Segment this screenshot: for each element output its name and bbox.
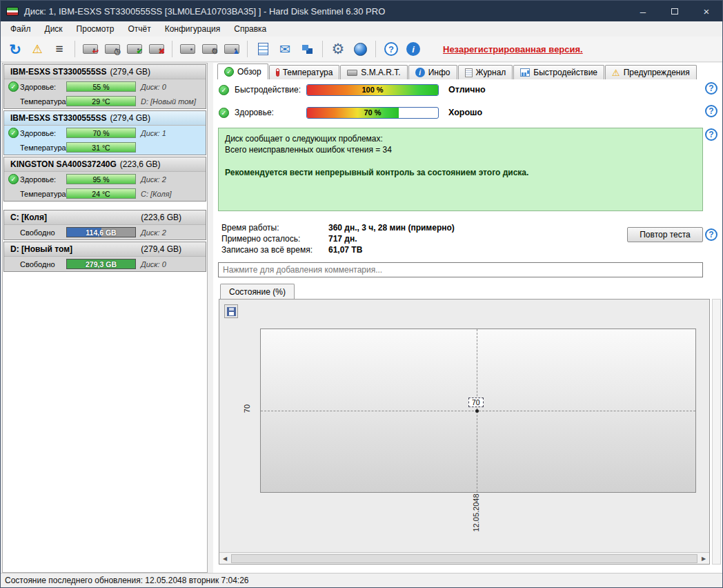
menu-file[interactable]: Файл xyxy=(3,22,38,36)
volume-item-c[interactable]: C: [Коля] (223,6 GB) Свободно 114,6 GB Д… xyxy=(3,210,206,240)
free-space-bar: 279,3 GB xyxy=(66,259,136,269)
tab-alerts[interactable]: ⚠Предупреждения xyxy=(605,65,697,79)
stat-row: Время работы: 360 дн., 3 ч, 28 мин (прим… xyxy=(221,222,455,233)
warning-icon: ⚠ xyxy=(612,68,620,77)
spacer xyxy=(3,203,206,210)
menu-disk[interactable]: Диск xyxy=(38,22,70,36)
disk-item-1-selected[interactable]: IBM-ESXS ST3300555SS (279,4 GB) ✓ Здоров… xyxy=(3,110,206,155)
chart-tab-state[interactable]: Состояние (%) xyxy=(220,284,295,300)
save-icon xyxy=(227,307,236,316)
disk-number: Диск: 0 xyxy=(141,83,166,91)
help-icon[interactable]: ? xyxy=(705,105,717,117)
title-bar: Диск: 1, IBM-ESXS ST3300555SS [3LM0LEA10… xyxy=(1,1,722,21)
disk-schedule-button[interactable]: ◷ xyxy=(102,39,123,59)
tab-smart[interactable]: S.M.A.R.T. xyxy=(340,65,407,79)
health-ok-icon: ✓ xyxy=(8,174,19,184)
toolbar-separator xyxy=(322,41,323,57)
stat-label: Время работы: xyxy=(221,223,328,233)
tab-temperature[interactable]: Температура xyxy=(269,65,340,79)
window-title: Диск: 1, IBM-ESXS ST3300555SS [3LM0LEA10… xyxy=(24,6,385,17)
tab-log[interactable]: Журнал xyxy=(458,65,513,79)
disk-size: (279,4 GB) xyxy=(110,67,150,77)
info-button[interactable]: i xyxy=(403,39,424,59)
restore-arrow-icon: ↩ xyxy=(92,48,99,55)
free-space-bar: 114,6 GB xyxy=(66,227,136,237)
volume-size: (279,4 GB) xyxy=(141,244,181,254)
ok-status-icon: ✓ xyxy=(219,85,229,95)
refresh-icon: ↻ xyxy=(9,42,21,57)
chart-vertical-scrollbar[interactable] xyxy=(712,299,721,565)
help-icon[interactable]: ? xyxy=(705,128,717,141)
network-button[interactable] xyxy=(297,39,317,59)
temperature-bar: 31 °C xyxy=(66,142,136,153)
help-button[interactable]: ? xyxy=(381,39,402,59)
free-space-row: Свободно 114,6 GB Диск: 2 xyxy=(4,225,206,239)
menu-bar: Файл Диск Просмотр Отчёт Конфигурация Сп… xyxy=(1,21,722,37)
health-history-chart: 70 70 12.05.2048 ◀ ▶ xyxy=(219,299,710,565)
maximize-icon xyxy=(671,8,678,14)
drive-icon: ⚙ xyxy=(202,44,217,54)
health-status: Хорошо xyxy=(448,108,482,117)
menu-help[interactable]: Справка xyxy=(227,22,273,36)
disk-header: IBM-ESXS ST3300555SS (279,4 GB) xyxy=(4,111,206,126)
free-label: Свободно xyxy=(20,228,66,237)
help-icon[interactable]: ? xyxy=(705,228,717,241)
disk-tools-button[interactable]: ⚙ xyxy=(199,39,220,59)
disk-eject-button[interactable]: ▲ xyxy=(221,39,242,59)
status-text: Состояние последнего обновления: 12.05.2… xyxy=(5,576,249,585)
disk-ok-button[interactable]: ✔ xyxy=(124,39,145,59)
chart-plot-area: 70 xyxy=(260,329,696,493)
disk-number: Диск: 2 xyxy=(141,175,166,184)
report-button[interactable]: ≡ xyxy=(49,39,70,59)
tab-overview[interactable]: ✓Обзор xyxy=(217,63,268,79)
menu-report[interactable]: Отчёт xyxy=(121,22,157,36)
close-button[interactable]: × xyxy=(691,1,722,21)
health-row: ✓ Здоровье: 70 % Диск: 1 xyxy=(4,126,206,140)
alert-status-button[interactable]: ⚠ xyxy=(27,39,48,59)
scroll-right-arrow[interactable]: ▶ xyxy=(698,553,709,564)
performance-bar: 100 % xyxy=(306,84,439,96)
tab-performance[interactable]: Быстродействие xyxy=(513,65,604,79)
minimize-button[interactable]: – xyxy=(627,1,659,21)
volume-item-d[interactable]: D: [Новый том] (279,4 GB) Свободно 279,3… xyxy=(3,242,206,272)
toolbar-separator xyxy=(172,41,172,57)
send-mail-button[interactable]: ✉ xyxy=(275,39,295,59)
scrollbar-thumb[interactable] xyxy=(231,554,697,563)
drive-icon xyxy=(347,70,357,76)
help-icon[interactable]: ? xyxy=(705,82,717,95)
performance-value: 100 % xyxy=(307,85,438,95)
maximize-button[interactable] xyxy=(659,1,691,21)
chart-y-axis-label: 70 xyxy=(243,404,251,413)
health-label: Здоровье: xyxy=(235,108,306,117)
text-report-button[interactable] xyxy=(252,39,273,59)
health-bar: 70 % xyxy=(66,128,136,138)
drive-icon: ↩ xyxy=(83,44,98,54)
scroll-left-arrow[interactable]: ◀ xyxy=(219,553,230,564)
drive-icon: ✔ xyxy=(127,44,142,54)
comment-input[interactable] xyxy=(218,262,703,277)
refresh-button[interactable]: ↻ xyxy=(5,39,26,59)
chart-horizontal-scrollbar[interactable]: ◀ ▶ xyxy=(219,552,709,564)
tab-info[interactable]: iИнфо xyxy=(408,65,457,79)
online-button[interactable] xyxy=(350,39,370,59)
clock-icon: ◷ xyxy=(114,48,121,55)
settings-button[interactable]: ⚙ xyxy=(328,39,348,59)
unregistered-version-link[interactable]: Незарегистрированная версия. xyxy=(443,44,583,55)
save-chart-button[interactable] xyxy=(224,304,238,318)
menu-view[interactable]: Просмотр xyxy=(70,22,121,36)
disk-item-0[interactable]: IBM-ESXS ST3300555SS (279,4 GB) ✓ Здоров… xyxy=(3,64,206,109)
volume-header: C: [Коля] (223,6 GB) xyxy=(4,210,206,225)
health-row: ✓ Здоровье: 55 % Диск: 0 xyxy=(4,79,206,94)
problem-line: Всего неисправленных ошибок чтения = 34 xyxy=(225,144,696,155)
tab-bar: ✓Обзор Температура S.M.A.R.T. iИнфо Журн… xyxy=(217,63,697,79)
disk-plain-button[interactable] xyxy=(177,39,198,59)
toolbar-separator xyxy=(75,41,75,57)
drive-icon xyxy=(180,44,195,54)
recommendation-text: Рекомендуется вести непрерывный контроль… xyxy=(225,167,696,178)
menu-configuration[interactable]: Конфигурация xyxy=(158,22,228,36)
disk-restore-button[interactable]: ↩ xyxy=(80,39,101,59)
disk-stop-button[interactable]: ✖ xyxy=(146,39,167,59)
disk-item-2[interactable]: KINGSTON SA400S37240G (223,6 GB) ✓ Здоро… xyxy=(3,157,206,202)
retest-button[interactable]: Повтор теста xyxy=(627,227,703,242)
chart-x-axis-label: 12.05.2048 xyxy=(472,489,480,537)
